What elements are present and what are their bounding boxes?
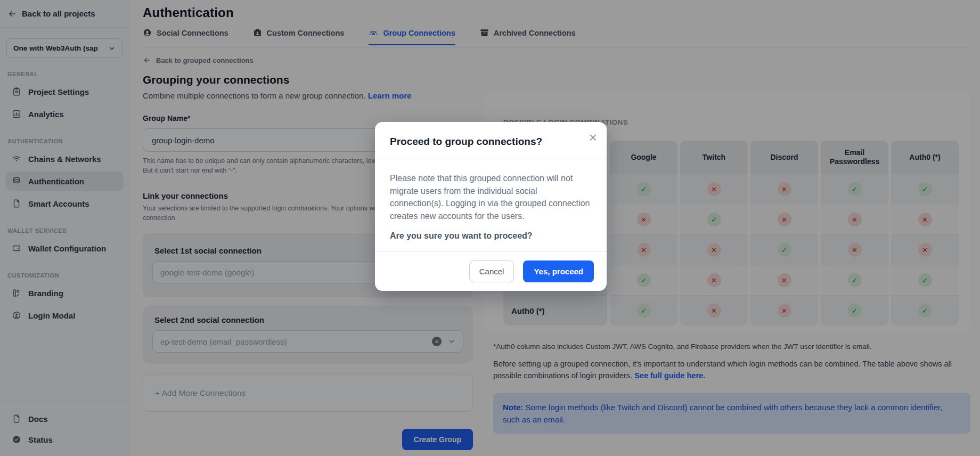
yes-proceed-button[interactable]: Yes, proceed (523, 260, 594, 282)
modal-body: Please note that this grouped connection… (375, 159, 607, 252)
proceed-modal: Proceed to group connections? × Please n… (375, 122, 607, 291)
modal-question: Are you sure you want to proceed? (390, 231, 592, 241)
app-root: Back to all projects One with Web3Auth (… (0, 0, 980, 456)
cancel-button[interactable]: Cancel (469, 260, 514, 282)
modal-footer: Cancel Yes, proceed (375, 252, 607, 291)
close-icon[interactable]: × (588, 132, 598, 143)
modal-title: Proceed to group connections? (390, 136, 592, 148)
modal-header: Proceed to group connections? × (375, 122, 607, 159)
modal-message: Please note that this grouped connection… (390, 172, 592, 222)
